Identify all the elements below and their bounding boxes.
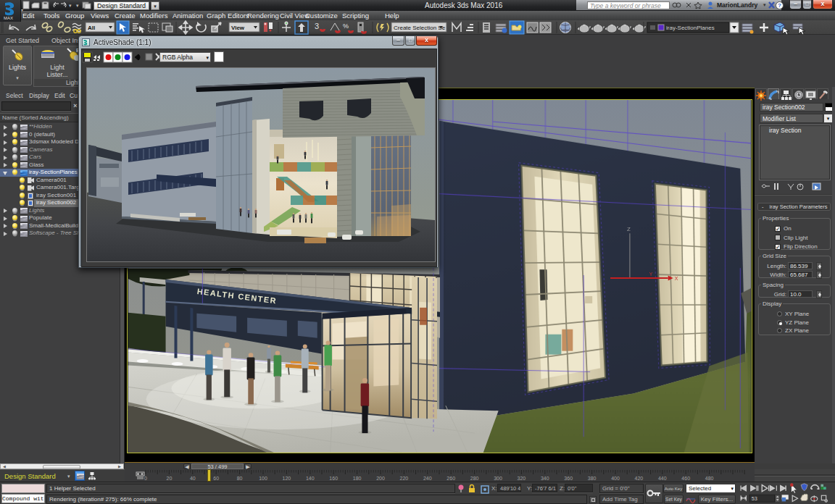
svg-text:80: 80 bbox=[237, 476, 243, 481]
svg-text:▾: ▾ bbox=[69, 3, 72, 8]
svg-text:340: 340 bbox=[541, 476, 549, 481]
svg-text:iray-SectionPlanes: iray-SectionPlanes bbox=[666, 25, 715, 31]
svg-text:▾: ▾ bbox=[763, 2, 766, 7]
svg-text:Create Selection Se: Create Selection Se bbox=[394, 25, 446, 31]
svg-text:160: 160 bbox=[329, 476, 338, 481]
svg-text:120: 120 bbox=[283, 476, 291, 481]
svg-text:20: 20 bbox=[167, 476, 173, 481]
svg-text:▾: ▾ bbox=[76, 3, 79, 8]
svg-text:Z: Z bbox=[627, 226, 631, 232]
svg-text:40: 40 bbox=[190, 476, 196, 481]
svg-text:360: 360 bbox=[564, 476, 573, 481]
svg-text:260: 260 bbox=[446, 476, 455, 481]
svg-text:View: View bbox=[231, 25, 245, 31]
svg-text:280: 280 bbox=[470, 476, 479, 481]
svg-text:420: 420 bbox=[635, 476, 644, 481]
svg-text:460: 460 bbox=[681, 476, 690, 481]
svg-text:220: 220 bbox=[400, 476, 409, 481]
svg-text:200: 200 bbox=[376, 476, 385, 481]
svg-text:240: 240 bbox=[423, 476, 432, 481]
svg-text:60: 60 bbox=[213, 476, 219, 481]
svg-text:140: 140 bbox=[306, 476, 315, 481]
svg-text:MarionLandry: MarionLandry bbox=[717, 1, 757, 9]
svg-text:320: 320 bbox=[518, 476, 526, 481]
svg-text:100: 100 bbox=[259, 476, 267, 481]
svg-text:All: All bbox=[88, 25, 95, 31]
svg-text:53: 53 bbox=[752, 495, 757, 502]
svg-text:180: 180 bbox=[353, 476, 362, 481]
svg-text:300: 300 bbox=[494, 476, 502, 481]
svg-text:440: 440 bbox=[658, 476, 667, 481]
svg-text:X: X bbox=[675, 276, 678, 281]
svg-text:MAX: MAX bbox=[4, 16, 13, 20]
svg-text:380: 380 bbox=[588, 476, 597, 481]
svg-text:%: % bbox=[343, 22, 349, 30]
svg-text:400: 400 bbox=[611, 476, 620, 481]
svg-text:3: 3 bbox=[315, 22, 319, 30]
svg-text:Y: Y bbox=[649, 272, 653, 277]
svg-text:480: 480 bbox=[705, 476, 714, 481]
